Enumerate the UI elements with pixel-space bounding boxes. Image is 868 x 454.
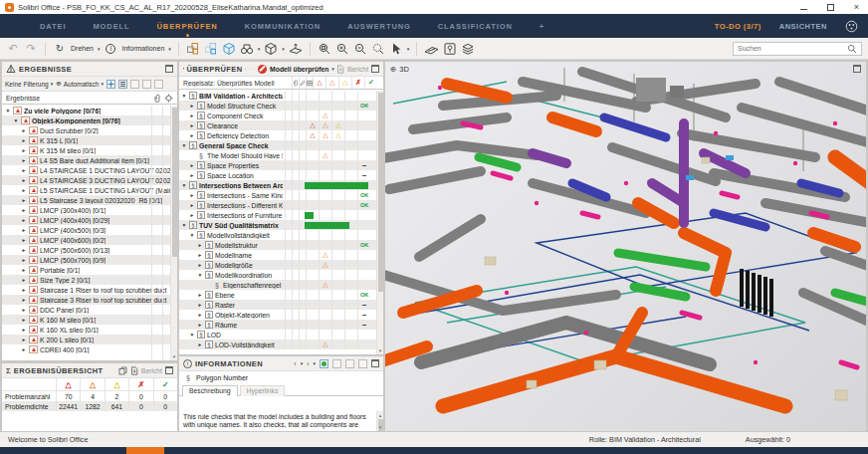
result-row[interactable]: ▸K 160 XL sileo [0/1] xyxy=(2,325,170,335)
expand-icon[interactable]: ▸ xyxy=(21,315,27,325)
undo-icon[interactable]: ↶ xyxy=(6,41,20,56)
rule-row[interactable]: ▸§Clearance△△△ xyxy=(179,120,376,130)
expand-icon[interactable]: ▸ xyxy=(21,145,27,155)
menu-classification[interactable]: CLASSIFICATION xyxy=(438,22,513,31)
maximize-icon[interactable] xyxy=(827,4,834,11)
result-row[interactable]: ▸K 315 M sileo [0/1] xyxy=(2,145,170,155)
critical-triangle-icon[interactable]: △ xyxy=(313,77,326,89)
expand-icon[interactable]: ▸ xyxy=(189,200,195,210)
expand-icon[interactable]: ▸ xyxy=(21,135,27,145)
result-row[interactable]: ▸L4 S5 Bare duct Additional item [0/1] xyxy=(2,155,170,165)
collapse-icon[interactable]: ▾ xyxy=(197,270,203,280)
rule-row[interactable]: ▸§Modellname△ xyxy=(179,250,376,260)
expand-icon[interactable]: ▸ xyxy=(189,101,195,111)
tab-beschreibung[interactable]: Beschreibung xyxy=(182,385,238,396)
rejected-icon[interactable]: ✗ xyxy=(351,77,364,89)
moderate-triangle-icon[interactable]: △ xyxy=(326,77,338,89)
expand-icon[interactable]: ▸ xyxy=(21,255,27,265)
expand-icon[interactable]: ▸ xyxy=(189,160,195,170)
rule-row[interactable]: ▸§Intersections - Different Kind of CoOK xyxy=(179,200,376,210)
rule-row[interactable]: ▸§Intersections of Furniture and Othe xyxy=(179,210,376,220)
result-row[interactable]: ▸LMCP (400x600) [0/2] xyxy=(2,235,170,245)
filter-dropdown[interactable]: Keine Filterung▾ xyxy=(5,81,53,88)
expand-icon[interactable]: ▸ xyxy=(21,215,27,225)
rule-row[interactable]: ▾§LOD xyxy=(179,330,376,340)
panel-maximize-icon[interactable] xyxy=(371,359,379,367)
todo-button[interactable]: TO-DO (3/7) xyxy=(715,22,761,31)
expand-icon[interactable]: ▸ xyxy=(21,175,27,185)
chevron-down-icon[interactable]: ▾ xyxy=(301,360,304,366)
zoom-out-icon[interactable] xyxy=(353,41,367,56)
select-mode-icon[interactable] xyxy=(107,80,115,89)
expand-icon[interactable]: ▸ xyxy=(21,195,27,205)
locate-icon[interactable] xyxy=(164,94,173,103)
result-row[interactable]: ▸LMCP (300x400) [0/1] xyxy=(2,205,170,215)
rule-row[interactable]: ▾§Intersections Between Architectural Co xyxy=(179,180,376,190)
rule-row[interactable]: ▸§Model Structure CheckOK xyxy=(179,101,376,111)
expand-icon[interactable]: ▸ xyxy=(21,245,27,255)
result-row[interactable]: ▸K 200 L sileo [0/1] xyxy=(2,335,170,344)
result-row[interactable]: ▸LMCP (400x400) [0/29] xyxy=(2,215,170,225)
rule-row[interactable]: ▸§Component Check△ xyxy=(179,111,376,120)
expand-icon[interactable]: ▸ xyxy=(21,285,27,295)
result-row[interactable]: ▸Staircase 3 Riser to roof top scrubber … xyxy=(2,295,170,305)
collapse-icon[interactable]: ▾ xyxy=(181,180,187,190)
expand-icon[interactable]: ▸ xyxy=(21,155,27,165)
drehen-dropdown[interactable]: Drehen xyxy=(71,45,94,52)
paperclip-icon[interactable] xyxy=(153,94,161,103)
rule-row[interactable]: ▸§Modellgröße△ xyxy=(179,260,376,270)
expand-icon[interactable]: ▸ xyxy=(21,185,27,195)
menu-[interactable]: + xyxy=(540,22,544,31)
expand-icon[interactable]: ▸ xyxy=(21,295,27,305)
result-row[interactable]: ▾Zu viele Polygone [0/76] xyxy=(2,106,170,115)
expand-icon[interactable]: ▸ xyxy=(21,335,27,344)
expand-icon[interactable]: ▸ xyxy=(189,170,195,180)
expand-icon[interactable]: ▸ xyxy=(189,111,195,120)
result-row[interactable]: ▸L4 STAIRCASE 1 DUCTING LAYOUT 02022 xyxy=(2,165,170,175)
expand-icon[interactable]: ▸ xyxy=(21,344,27,354)
expand-icon[interactable]: ▸ xyxy=(189,120,195,130)
panel-maximize-icon[interactable] xyxy=(165,366,173,374)
result-row[interactable]: ▸L4 STAIRCASE 3 DUCTING LAYOUT 02022 xyxy=(2,175,170,185)
rule-row[interactable]: ▸§Space Properties– xyxy=(179,160,376,170)
result-row[interactable]: ▸L5 Staircase 3 layout 02032020_R6 [0/1] xyxy=(2,195,170,205)
zoom-in-icon[interactable] xyxy=(335,41,349,56)
menu-modell[interactable]: MODELL xyxy=(93,22,129,31)
rule-row[interactable]: §Eigenschaftenregel mit Kom△ xyxy=(179,280,376,290)
result-row[interactable]: ▸K 160 M sileo [0/1] xyxy=(2,315,170,325)
panel-maximize-icon[interactable] xyxy=(853,65,861,73)
expand-icon[interactable]: ▸ xyxy=(197,250,203,260)
cube-blue-icon[interactable] xyxy=(222,41,236,56)
expand-icon[interactable]: ▸ xyxy=(189,190,195,200)
expand-icon[interactable]: ▸ xyxy=(197,310,203,320)
menu-auswertung[interactable]: AUSWERTUNG xyxy=(347,22,411,31)
menu-datei[interactable]: DATEI xyxy=(40,22,66,31)
rule-row[interactable]: ▾§Modellkoordination xyxy=(179,270,376,280)
back-icon[interactable]: ‹ xyxy=(294,360,296,367)
redo-icon[interactable]: ↷ xyxy=(24,41,38,56)
rule-row[interactable]: ▸§EbeneOK xyxy=(179,290,376,300)
expand-icon[interactable]: ▸ xyxy=(21,125,27,135)
rotate-icon[interactable]: ↻ xyxy=(53,41,67,56)
panel-maximize-icon[interactable] xyxy=(371,65,379,73)
accept-icon[interactable] xyxy=(130,80,139,89)
footprint-map-icon[interactable] xyxy=(443,41,457,56)
ansichten-button[interactable]: ANSICHTEN xyxy=(779,22,827,31)
expand-icon[interactable]: ▸ xyxy=(21,275,27,285)
informationen-dropdown[interactable]: Informationen xyxy=(121,45,164,52)
search-input[interactable] xyxy=(738,45,844,52)
result-row[interactable]: ▾Objekt-Komponenten [0/76] xyxy=(2,115,170,125)
collapse-icon[interactable]: ▾ xyxy=(189,230,195,240)
expand-icon[interactable]: ▸ xyxy=(21,265,27,275)
expand-icon[interactable]: ▸ xyxy=(197,300,203,310)
mode-dropdown[interactable]: ⊕Automatisch▾ xyxy=(56,80,104,88)
rule-row[interactable]: ▸§ModellstrukturOK xyxy=(179,240,376,250)
zoom-fit-icon[interactable] xyxy=(318,41,331,56)
result-row[interactable]: ▸Duct Scrubber [0/2] xyxy=(2,125,170,135)
model-tree-blue-faded-icon[interactable] xyxy=(204,41,218,56)
rule-row[interactable]: ▾§Modellvollständigkeit xyxy=(179,230,376,240)
expand-icon[interactable]: ▸ xyxy=(189,210,195,220)
rule-row[interactable]: ▸§LOD-Vollständigkeit△ xyxy=(179,340,376,349)
result-row[interactable]: ▸LMCP (500x700) [0/9] xyxy=(2,255,170,265)
result-row[interactable]: ▸LMCP (400x500) [0/3] xyxy=(2,225,170,235)
